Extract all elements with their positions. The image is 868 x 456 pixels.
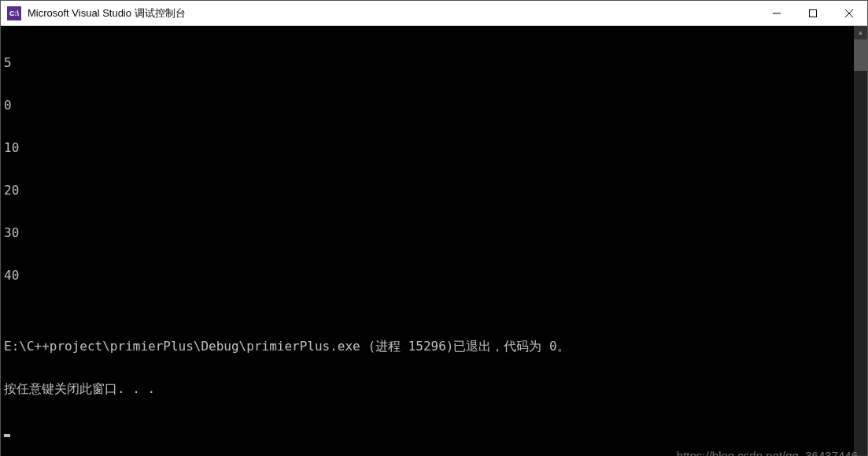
titlebar[interactable]: C:\ Microsoft Visual Studio 调试控制台	[1, 1, 867, 26]
maximize-button[interactable]	[795, 1, 831, 25]
output-line: 10	[4, 141, 851, 155]
output-line: 5	[4, 56, 851, 70]
scroll-up-button[interactable]: ▲	[854, 26, 867, 39]
output-line: 按任意键关闭此窗口. . .	[4, 382, 851, 396]
console-output[interactable]: 5 0 10 20 30 40 E:\C++project\primierPlu…	[1, 26, 854, 456]
close-button[interactable]	[831, 1, 867, 25]
output-line: 20	[4, 184, 851, 198]
svg-rect-1	[810, 9, 817, 17]
window-title: Microsoft Visual Studio 调试控制台	[28, 6, 759, 20]
window-controls	[759, 1, 867, 25]
vertical-scrollbar[interactable]: ▲ ▼	[854, 26, 867, 456]
console-window: C:\ Microsoft Visual Studio 调试控制台 5 0 10…	[0, 0, 868, 456]
cursor-line	[4, 424, 851, 439]
output-line: 30	[4, 226, 851, 240]
app-icon: C:\	[7, 6, 21, 20]
minimize-button[interactable]	[759, 1, 795, 25]
scroll-thumb[interactable]	[854, 39, 867, 71]
output-line: 40	[4, 269, 851, 283]
output-line: 0	[4, 98, 851, 113]
console-area: 5 0 10 20 30 40 E:\C++project\primierPlu…	[1, 26, 867, 456]
cursor-icon	[4, 434, 10, 437]
output-line: E:\C++project\primierPlus\Debug\primierP…	[4, 339, 851, 354]
